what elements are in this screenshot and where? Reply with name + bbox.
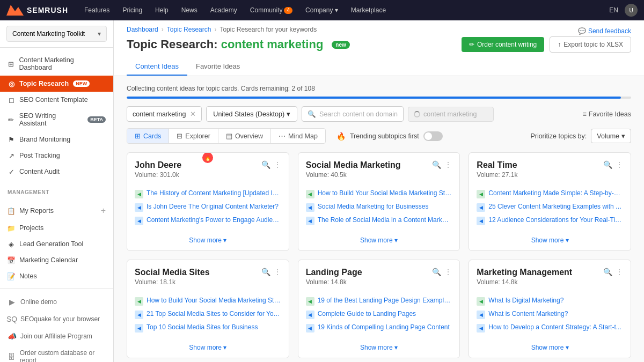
article-link[interactable]: Content Marketing's Power to Engage Audi…: [147, 216, 281, 224]
region-value: United States (Desktop): [213, 110, 284, 118]
card-more-icon[interactable]: ⋮: [616, 160, 623, 169]
article-type-icon: ◀: [477, 297, 485, 306]
keyword-clear-icon[interactable]: ✕: [190, 110, 196, 118]
view-cards[interactable]: ⊞ Cards: [127, 129, 169, 143]
sidebar-item-projects[interactable]: 📁 Projects: [0, 220, 113, 236]
notes-icon: 📝: [8, 272, 15, 280]
article-link[interactable]: 12 Audience Considerations for Your Real…: [488, 216, 623, 224]
card-more-icon[interactable]: ⋮: [444, 160, 452, 169]
sidebar-item-my-reports[interactable]: 📋 My Reports +: [0, 202, 113, 220]
sidebar-bottom-affiliate[interactable]: 📣 Join our Affiliate Program: [0, 328, 113, 345]
article-link[interactable]: How to Develop a Content Strategy: A Sta…: [488, 323, 621, 331]
article-link[interactable]: The Role of Social Media in a Content Ma…: [318, 216, 452, 224]
nav-news[interactable]: News: [176, 3, 203, 17]
article-link[interactable]: Content Marketing Made Simple: A Step-by…: [488, 189, 623, 197]
article-link[interactable]: 25 Clever Content Marketing Examples wit…: [488, 203, 623, 210]
sidebar-bottom-seoquake[interactable]: SQ SEOquake for your browser: [0, 311, 113, 328]
toolkit-dropdown[interactable]: Content Marketing Toolkit ▾: [6, 26, 107, 42]
sidebar-item-lead-gen[interactable]: ◈ Lead Generation Tool: [0, 236, 113, 252]
keyword-filter[interactable]: content marketing ✕: [127, 106, 202, 122]
progress-bar: [127, 97, 631, 99]
nav-community[interactable]: Community4: [245, 3, 298, 17]
breadcrumb-topic-research[interactable]: Topic Research: [167, 26, 211, 33]
nav-features[interactable]: Features: [79, 3, 115, 17]
show-more-button[interactable]: Show more ▾: [360, 344, 398, 351]
tab-favorite-ideas[interactable]: Favorite Ideas: [187, 58, 248, 76]
card-more-icon[interactable]: ⋮: [274, 268, 281, 276]
sidebar-item-brand-monitoring[interactable]: ⚑ Brand Monitoring: [0, 131, 113, 147]
sidebar-label-content-audit: Content Audit: [19, 168, 60, 175]
card-search-icon[interactable]: 🔍: [603, 160, 612, 169]
article-link[interactable]: Complete Guide to Landing Pages: [318, 310, 416, 317]
article-link[interactable]: How to Build Your Social Media Marketing…: [318, 189, 452, 197]
toolkit-selector: Content Marketing Toolkit ▾: [0, 20, 113, 48]
card-more-icon[interactable]: ⋮: [616, 268, 623, 276]
view-overview[interactable]: ▤ Overview: [218, 129, 271, 143]
sidebar-item-dashboard[interactable]: ⊞ Content Marketing Dashboard: [0, 52, 113, 76]
article-link[interactable]: 19 of the Best Landing Page Design Examp…: [318, 297, 452, 304]
view-explorer[interactable]: ⊟ Explorer: [169, 129, 218, 143]
send-feedback-button[interactable]: 💬 Send feedback: [578, 27, 631, 35]
sidebar-item-seo-template[interactable]: ◻ SEO Content Template: [0, 92, 113, 108]
sidebar-bottom-order-db[interactable]: 🗄 Order custom database or report: [0, 345, 113, 362]
add-report-icon[interactable]: +: [101, 206, 106, 216]
show-more-button[interactable]: Show more ▾: [360, 237, 398, 244]
article-link[interactable]: What is Content Marketing?: [488, 310, 568, 317]
article-link[interactable]: The History of Content Marketing [Update…: [147, 189, 281, 197]
sidebar-item-marketing-cal[interactable]: 📅 Marketing Calendar: [0, 252, 113, 268]
show-more-button[interactable]: Show more ▾: [531, 344, 569, 351]
article-link[interactable]: Top 10 Social Media Sites for Business: [147, 323, 258, 331]
sidebar-item-post-tracking[interactable]: ↗ Post Tracking: [0, 147, 113, 164]
nav-company[interactable]: Company: [300, 3, 343, 17]
article-type-icon: ◀: [477, 217, 485, 225]
show-more-button[interactable]: Show more ▾: [531, 237, 569, 244]
sidebar-label-marketing-cal: Marketing Calendar: [19, 256, 78, 264]
sort-dropdown[interactable]: Volume ▾: [591, 129, 631, 143]
region-filter[interactable]: United States (Desktop) ▾: [206, 106, 297, 122]
export-button[interactable]: ↑ Export topic to XLSX: [550, 36, 631, 53]
favorite-ideas-button[interactable]: ≡ Favorite Ideas: [582, 110, 631, 118]
loading-spinner: [414, 111, 420, 117]
avatar[interactable]: U: [625, 4, 638, 17]
sidebar-bottom-order-label: Order custom database or report: [20, 349, 106, 362]
nav-lang[interactable]: EN: [609, 6, 618, 14]
nav-marketplace[interactable]: Marketplace: [346, 3, 391, 17]
domain-search[interactable]: 🔍 Search content on domain: [302, 106, 404, 122]
sidebar-item-topic-research[interactable]: ◎ Topic Research new: [0, 76, 113, 92]
logo[interactable]: SEMRUSH: [6, 5, 68, 16]
card-footer: Show more ▾: [127, 339, 289, 358]
card-title: John Deere: [135, 160, 181, 170]
tab-content-ideas[interactable]: Content Ideas: [127, 58, 187, 76]
card-search-icon[interactable]: 🔍: [261, 268, 270, 276]
article-link[interactable]: What Is Digital Marketing?: [488, 297, 564, 304]
card-search-icon[interactable]: 🔍: [432, 160, 441, 169]
nav-pricing[interactable]: Pricing: [117, 3, 148, 17]
trending-toggle-switch[interactable]: [423, 131, 443, 141]
sidebar-item-content-audit[interactable]: ✓ Content Audit: [0, 164, 113, 180]
breadcrumb-dashboard[interactable]: Dashboard: [127, 26, 158, 33]
card-search-icon[interactable]: 🔍: [603, 268, 612, 276]
show-more-button[interactable]: Show more ▾: [189, 237, 226, 244]
sidebar-bottom-demo[interactable]: ▶ Online demo: [0, 293, 113, 311]
sidebar-item-seo-writing[interactable]: ✏ SEO Writing Assistant beta: [0, 108, 113, 131]
nav-academy[interactable]: Academy: [205, 3, 243, 17]
article-item: ◀ What is Content Marketing?: [477, 308, 623, 321]
article-link[interactable]: 21 Top Social Media Sites to Consider fo…: [147, 310, 281, 317]
show-more-button[interactable]: Show more ▾: [189, 344, 226, 351]
article-link[interactable]: How to Build Your Social Media Marketing…: [147, 297, 281, 304]
new-badge: new: [73, 80, 90, 87]
title-keyword: content marketing: [221, 38, 324, 51]
article-type-icon: ◀: [306, 311, 314, 319]
article-link[interactable]: Is John Deere The Original Content Marke…: [147, 203, 279, 210]
nav-help[interactable]: Help: [150, 3, 174, 17]
card-more-icon[interactable]: ⋮: [444, 268, 452, 276]
article-link[interactable]: 19 Kinds of Compelling Landing Page Cont…: [318, 323, 450, 331]
card-more-icon[interactable]: ⋮: [274, 160, 281, 169]
card-search-icon[interactable]: 🔍: [261, 160, 270, 169]
order-content-button[interactable]: ✏ Order content writing: [462, 37, 544, 52]
article-link[interactable]: Social Media Marketing for Businesses: [318, 203, 429, 210]
view-mindmap[interactable]: ⋯ Mind Map: [271, 129, 325, 143]
card-search-icon[interactable]: 🔍: [432, 268, 441, 276]
sidebar-item-notes[interactable]: 📝 Notes: [0, 268, 113, 284]
hot-badge: 🔥: [202, 152, 213, 163]
